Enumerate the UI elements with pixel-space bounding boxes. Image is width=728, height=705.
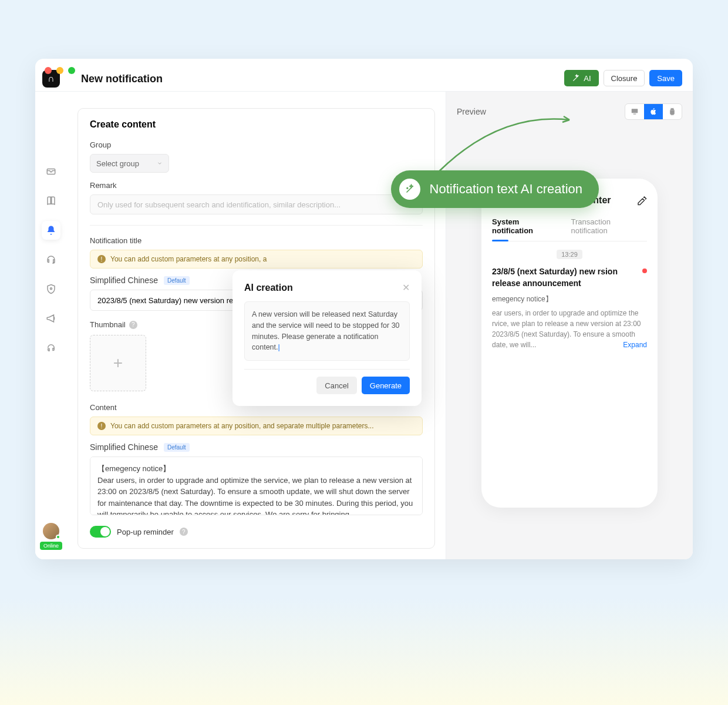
shield-icon	[46, 284, 56, 294]
svg-rect-2	[632, 109, 638, 113]
presence-dot	[56, 535, 60, 539]
device-toggle-group	[625, 103, 682, 120]
ai-button-label: AI	[584, 74, 591, 83]
modal-title: AI creation	[244, 283, 293, 293]
sidebar-item-broadcast[interactable]	[42, 309, 60, 328]
phone-mockup: Notification Center System notification …	[481, 179, 658, 508]
sidebar-item-book[interactable]	[42, 192, 60, 210]
unread-dot	[642, 268, 647, 273]
top-bar: ∩ New notification AI Closure Save	[35, 59, 693, 92]
toggle-knob	[100, 527, 110, 536]
divider	[90, 225, 423, 226]
group-label: Group	[90, 140, 423, 149]
book-icon	[46, 196, 56, 206]
desktop-icon	[631, 108, 639, 116]
warning-icon: !	[97, 255, 106, 263]
android-icon	[668, 108, 676, 116]
help-icon[interactable]: ?	[129, 321, 137, 329]
tab-transaction-notification[interactable]: Transaction notification	[571, 217, 647, 241]
ai-prompt-textarea[interactable]: A new version will be released next Satu…	[244, 301, 410, 361]
apple-icon	[649, 108, 658, 116]
status-badge: Online	[40, 542, 62, 550]
svg-rect-3	[633, 114, 636, 115]
save-button[interactable]: Save	[649, 70, 682, 86]
ai-button[interactable]: AI	[564, 70, 598, 86]
headset-icon	[46, 254, 56, 265]
closure-button[interactable]: Closure	[604, 70, 645, 86]
phone-tabs: System notification Transaction notifica…	[492, 217, 647, 241]
megaphone-icon	[46, 313, 56, 324]
content-warning-text: You can add custom parameters at any pos…	[110, 422, 373, 430]
bell-icon	[46, 225, 56, 236]
group-select-value: Select group	[96, 159, 139, 168]
popup-reminder-label: Pop-up reminder	[117, 528, 174, 536]
close-window-dot[interactable]	[45, 67, 52, 74]
remark-label: Remark	[90, 181, 423, 190]
notif-title: 23/8/5 (next Saturday) new rsion release…	[492, 266, 647, 289]
support-icon	[46, 343, 56, 353]
tab-system-notification[interactable]: System notification	[492, 217, 561, 241]
page-title: New notification	[81, 73, 163, 85]
title-warning-text: You can add custom parameters at any pos…	[110, 255, 267, 263]
remark-input[interactable]	[90, 194, 423, 214]
title-warning: ! You can add custom parameters at any p…	[90, 250, 423, 268]
side-nav: Online	[35, 92, 67, 559]
notification-card[interactable]: 23/8/5 (next Saturday) new rsion release…	[492, 266, 647, 350]
warning-icon: !	[97, 422, 106, 430]
device-android-tab[interactable]	[663, 104, 682, 119]
notif-body: ear users, in order to upgrade and optim…	[492, 308, 647, 350]
closure-button-label: Closure	[611, 74, 638, 83]
maximize-window-dot[interactable]	[68, 67, 75, 74]
content-warning: ! You can add custom parameters at any p…	[90, 417, 423, 435]
cancel-button-label: Cancel	[325, 381, 348, 390]
content-textarea[interactable]	[90, 456, 423, 515]
help-icon[interactable]: ?	[180, 528, 188, 536]
preview-column: Preview	[446, 92, 693, 559]
generate-button-label: Generate	[370, 381, 402, 390]
sidebar-item-security[interactable]	[42, 280, 60, 298]
user-avatar-block[interactable]: Online	[40, 523, 62, 550]
card-title: Create content	[90, 119, 423, 130]
sidebar-item-help[interactable]	[42, 338, 60, 357]
save-button-label: Save	[657, 74, 675, 83]
notification-title-label: Notification title	[90, 236, 423, 245]
minimize-window-dot[interactable]	[56, 67, 63, 74]
avatar	[43, 523, 59, 539]
popup-reminder-toggle[interactable]	[90, 526, 111, 538]
svg-point-1	[50, 288, 52, 290]
content-lang-label: Simplified Chinese	[90, 442, 158, 452]
window-controls	[45, 67, 75, 74]
sidebar-item-inbox[interactable]	[42, 162, 60, 181]
device-desktop-tab[interactable]	[625, 104, 644, 119]
chevron-down-icon	[157, 160, 163, 166]
plus-icon: +	[113, 354, 123, 372]
wand-icon	[572, 74, 580, 82]
inbox-icon	[46, 166, 56, 177]
default-tag: Default	[164, 276, 190, 285]
close-icon[interactable]: ✕	[402, 282, 410, 293]
sidebar-item-support[interactable]	[42, 250, 60, 269]
preview-label: Preview	[457, 107, 486, 116]
ai-banner-text: Notification text AI creation	[430, 182, 582, 197]
app-window: Notification text AI creation ∩ New noti…	[35, 59, 693, 559]
time-chip: 13:29	[557, 250, 582, 259]
cancel-button[interactable]: Cancel	[316, 377, 356, 394]
thumbnail-label: Thumbnail	[90, 320, 126, 329]
notif-subtitle: emegency notice】	[492, 294, 647, 304]
group-select[interactable]: Select group	[90, 154, 169, 173]
expand-link[interactable]: Expand	[623, 340, 647, 350]
ai-creation-modal: AI creation ✕ A new version will be rele…	[232, 270, 422, 406]
device-ios-tab[interactable]	[644, 104, 663, 119]
default-tag: Default	[164, 443, 190, 452]
thumbnail-uploader[interactable]: +	[90, 335, 146, 391]
clear-icon[interactable]	[636, 195, 647, 206]
title-lang-label: Simplified Chinese	[90, 276, 158, 285]
ai-creation-banner: Notification text AI creation	[391, 170, 599, 208]
sidebar-item-notifications[interactable]	[42, 221, 60, 240]
generate-button[interactable]: Generate	[362, 377, 410, 394]
magic-wand-icon	[399, 179, 420, 200]
